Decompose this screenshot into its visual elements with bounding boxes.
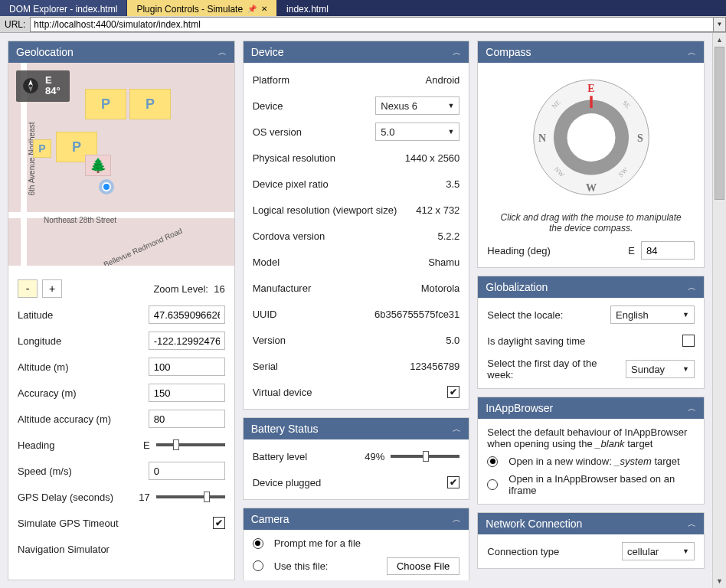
chevron-up-icon: ︿ — [218, 47, 227, 58]
panel-battery: Battery Status︿ Battery level 49% Device… — [243, 417, 470, 500]
svg-text:E: E — [587, 83, 594, 94]
map-view[interactable]: Northeast 28th Street Bellevue Redmond R… — [8, 63, 234, 266]
panel-compass: Compass︿ E S W N SE SW NW NE — [477, 41, 705, 268]
longitude-input[interactable] — [149, 332, 225, 350]
svg-text:S: S — [637, 132, 643, 144]
panel-header-battery[interactable]: Battery Status︿ — [244, 418, 469, 439]
svg-text:N: N — [538, 132, 546, 144]
panel-header-geolocation[interactable]: Geolocation︿ — [8, 41, 234, 63]
panel-network: Network Connection︿ Connection typecellu… — [477, 512, 705, 569]
scroll-down-icon[interactable]: ▼ — [716, 577, 723, 588]
dow-select[interactable]: Sunday▼ — [626, 360, 695, 378]
tab-plugin-controls[interactable]: Plugin Controls - Simulate 📌 ✕ — [127, 0, 277, 16]
iab-description: Select the default behaviour of InAppBro… — [487, 426, 695, 449]
panel-globalization: Globalization︿ Select the locale:English… — [477, 276, 705, 389]
url-dropdown[interactable]: ▼ — [714, 17, 726, 32]
vertical-scrollbar[interactable]: ▲ ▼ — [712, 33, 726, 588]
compass-icon — [22, 77, 39, 94]
url-label: URL: — [0, 19, 30, 30]
chevron-up-icon: ︿ — [688, 282, 696, 293]
scroll-up-icon[interactable]: ▲ — [716, 36, 723, 47]
camera-opt-prompt[interactable]: Prompt me for a file — [253, 537, 460, 549]
pin-icon[interactable]: 📌 — [247, 5, 257, 13]
panel-header-compass[interactable]: Compass︿ — [478, 41, 704, 63]
gps-timeout-checkbox[interactable]: ✔ — [213, 517, 225, 529]
iab-opt-system[interactable]: Open in a new window: _system target — [487, 456, 695, 467]
altitude-input[interactable] — [149, 358, 225, 376]
compass-widget[interactable]: E S W N SE SW NW NE — [518, 70, 664, 204]
latitude-input[interactable] — [149, 305, 225, 324]
gps-delay-slider[interactable] — [156, 495, 225, 498]
plugged-checkbox[interactable]: ✔ — [447, 476, 459, 488]
panel-geolocation: Geolocation︿ Northeast 28th Street Belle… — [8, 41, 235, 580]
chevron-up-icon: ︿ — [688, 403, 696, 414]
compass-heading-input[interactable] — [641, 241, 695, 260]
close-icon[interactable]: ✕ — [261, 5, 267, 13]
svg-text:W: W — [586, 182, 597, 194]
locale-select[interactable]: English▼ — [610, 305, 695, 324]
altitude-accuracy-input[interactable] — [149, 410, 225, 428]
battery-slider[interactable] — [391, 455, 459, 458]
heading-slider[interactable] — [156, 443, 225, 446]
panel-header-camera[interactable]: Camera︿ — [244, 508, 469, 530]
accuracy-input[interactable] — [149, 384, 225, 402]
chevron-up-icon: ︿ — [453, 47, 461, 58]
chevron-up-icon: ︿ — [453, 423, 461, 435]
workspace: Geolocation︿ Northeast 28th Street Belle… — [0, 33, 726, 588]
device-select[interactable]: Nexus 6▼ — [375, 96, 459, 115]
iab-opt-iframe[interactable]: Open in a InAppBrowser based on an ifram… — [487, 473, 695, 496]
tab-index[interactable]: index.html — [277, 0, 338, 16]
chevron-up-icon: ︿ — [688, 47, 696, 58]
compass-hint: Click and drag with the mouse to manipul… — [487, 212, 695, 234]
zoom-in-button[interactable]: + — [42, 279, 62, 298]
url-bar: URL: ▼ — [0, 16, 726, 33]
dst-checkbox[interactable] — [682, 335, 695, 347]
panel-inappbrowser: InAppBrowser︿ Select the default behavio… — [477, 397, 705, 505]
os-select[interactable]: 5.0▼ — [375, 122, 459, 141]
panel-camera: Camera︿ Prompt me for a file Use this fi… — [243, 508, 470, 580]
speed-input[interactable] — [149, 462, 225, 480]
svg-point-5 — [567, 113, 615, 162]
panel-header-globalization[interactable]: Globalization︿ — [478, 276, 704, 298]
chevron-up-icon: ︿ — [688, 518, 696, 530]
virtual-device-checkbox[interactable]: ✔ — [447, 386, 459, 398]
panel-device: Device︿ PlatformAndroid DeviceNexus 6▼ O… — [243, 41, 470, 410]
url-input[interactable] — [30, 17, 714, 32]
tab-bar: DOM Explorer - index.html Plugin Control… — [0, 0, 726, 16]
map-heading-badge: E84° — [16, 70, 70, 102]
panel-header-network[interactable]: Network Connection︿ — [478, 513, 704, 534]
choose-file-button[interactable]: Choose File — [387, 557, 459, 575]
panel-header-inappbrowser[interactable]: InAppBrowser︿ — [478, 397, 704, 419]
zoom-out-button[interactable]: - — [18, 279, 38, 298]
svg-rect-14 — [590, 96, 593, 108]
chevron-up-icon: ︿ — [453, 514, 461, 525]
connection-select[interactable]: cellular▼ — [622, 542, 695, 560]
panel-header-device[interactable]: Device︿ — [244, 41, 469, 63]
camera-opt-file[interactable]: Use this file: — [253, 560, 329, 572]
tab-dom-explorer[interactable]: DOM Explorer - index.html — [0, 0, 127, 16]
